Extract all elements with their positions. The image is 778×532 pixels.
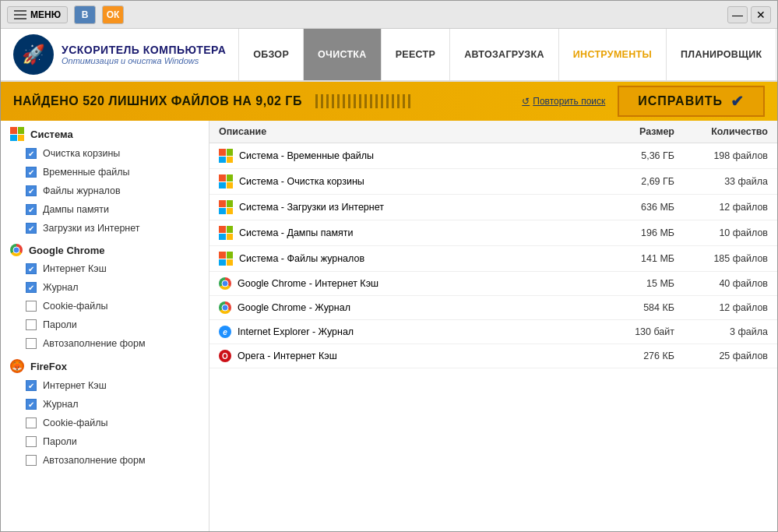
title-bar: МЕНЮ В ОК — ✕ bbox=[1, 1, 777, 29]
checkbox[interactable]: ✔ bbox=[26, 223, 37, 234]
menu-button[interactable]: МЕНЮ bbox=[7, 6, 68, 23]
ok-button[interactable]: ОК bbox=[102, 5, 124, 24]
progress-tick bbox=[370, 94, 372, 108]
banner: НАЙДЕНО 520 ЛИШНИХ ФАЙЛОВ НА 9,02 ГБ ↺ П… bbox=[1, 82, 777, 121]
progress-tick bbox=[397, 94, 400, 108]
row-count: 12 файлов bbox=[682, 302, 768, 313]
table-row: Система - Файлы журналов141 МБ185 файлов bbox=[209, 246, 777, 272]
sidebar-item[interactable]: Автозаполнение форм bbox=[1, 334, 209, 353]
title-bar-right: — ✕ bbox=[727, 6, 771, 23]
nav-tab-ochistka[interactable]: ОЧИСТКА bbox=[304, 29, 382, 80]
checkbox[interactable]: ✔ bbox=[26, 282, 37, 293]
table-row: Система - Временные файлы5,36 ГБ198 файл… bbox=[209, 143, 777, 169]
sidebar-item[interactable]: Автозаполнение форм bbox=[1, 451, 209, 470]
sidebar-item[interactable]: ✔Дампы памяти bbox=[1, 200, 209, 219]
row-size: 130 байт bbox=[604, 326, 682, 337]
nav-tab-planirovshchik[interactable]: ПЛАНИРОВЩИК bbox=[667, 29, 776, 80]
sidebar-item[interactable]: ✔Файлы журналов bbox=[1, 181, 209, 200]
sidebar-item-label: Журнал bbox=[43, 282, 79, 293]
banner-progress bbox=[315, 94, 509, 108]
checkbox[interactable] bbox=[26, 436, 37, 447]
table-row: Google Chrome - Интернет Кэш15 МБ40 файл… bbox=[209, 272, 777, 296]
row-description: Система - Файлы журналов bbox=[239, 253, 364, 264]
minimize-button[interactable]: — bbox=[727, 6, 748, 23]
chrome-icon bbox=[219, 277, 231, 290]
table-row: Google Chrome - Журнал584 КБ12 файлов bbox=[209, 296, 777, 320]
windows-icon bbox=[219, 226, 233, 240]
nav-tab-instrumenty[interactable]: ИНСТРУМЕНТЫ bbox=[559, 29, 667, 80]
firefox-icon: 🦊 bbox=[10, 359, 24, 373]
category-label-firefox: FireFox bbox=[30, 361, 67, 372]
checkbox[interactable]: ✔ bbox=[26, 167, 37, 178]
row-description: Google Chrome - Журнал bbox=[238, 302, 350, 313]
category-label-sistema: Система bbox=[30, 129, 73, 140]
sidebar-item-label: Очистка корзины bbox=[43, 148, 120, 159]
sidebar-item[interactable]: ✔Интернет Кэш bbox=[1, 376, 209, 395]
windows-icon bbox=[219, 252, 233, 266]
sidebar-item[interactable]: ✔Журнал bbox=[1, 395, 209, 414]
progress-tick bbox=[343, 94, 345, 108]
nav-tab-avtozagruzka[interactable]: АВТОЗАГРУЗКА bbox=[450, 29, 559, 80]
right-panel: Описание Размер Количество Система - Вре… bbox=[209, 121, 777, 531]
sidebar-item[interactable]: Cookie-файлы bbox=[1, 414, 209, 432]
progress-tick bbox=[386, 94, 389, 108]
checkbox[interactable] bbox=[26, 417, 37, 428]
checkbox[interactable] bbox=[26, 338, 37, 349]
windows-icon bbox=[219, 149, 233, 163]
category-header-firefox: 🦊FireFox bbox=[1, 353, 209, 376]
banner-refresh[interactable]: ↺ Повторить поиск bbox=[522, 96, 605, 107]
sidebar-item[interactable]: Пароли bbox=[1, 315, 209, 334]
checkbox[interactable] bbox=[26, 455, 37, 466]
title-bar-left: МЕНЮ В ОК bbox=[7, 5, 124, 24]
row-description: Система - Загрузки из Интернет bbox=[239, 202, 384, 213]
table-row: Система - Очистка корзины2,69 ГБ33 файла bbox=[209, 169, 777, 195]
progress-tick bbox=[381, 94, 383, 108]
chrome-icon bbox=[10, 244, 23, 256]
row-label: Google Chrome - Журнал bbox=[219, 301, 604, 314]
category-header-sistema: Система bbox=[1, 121, 209, 144]
table-header: Описание Размер Количество bbox=[209, 121, 777, 143]
sidebar-item-label: Пароли bbox=[43, 436, 77, 447]
checkbox[interactable]: ✔ bbox=[26, 148, 37, 159]
sidebar-item[interactable]: Cookie-файлы bbox=[1, 297, 209, 315]
checkbox[interactable]: ✔ bbox=[26, 204, 37, 215]
sidebar-item-label: Файлы журналов bbox=[43, 185, 121, 196]
app-header: 🚀 УСКОРИТЕЛЬ КОМПЬЮТЕРА Оптимизация и оч… bbox=[1, 29, 777, 82]
sidebar: Система✔Очистка корзины✔Временные файлы✔… bbox=[1, 121, 209, 531]
row-count: 25 файлов bbox=[682, 351, 768, 361]
sidebar-item[interactable]: ✔Журнал bbox=[1, 278, 209, 297]
checkbox[interactable]: ✔ bbox=[26, 185, 37, 196]
checkbox[interactable]: ✔ bbox=[26, 380, 37, 391]
sidebar-item-label: Загрузки из Интернет bbox=[43, 223, 140, 234]
category-header-chrome: Google Chrome bbox=[1, 238, 209, 259]
row-size: 141 МБ bbox=[604, 253, 682, 264]
progress-tick bbox=[359, 94, 361, 108]
sidebar-item[interactable]: ✔Загрузки из Интернет bbox=[1, 219, 209, 238]
nav-tab-reestr[interactable]: РЕЕСТР bbox=[382, 29, 451, 80]
row-size: 196 МБ bbox=[604, 227, 682, 238]
table-row: Система - Дампы памяти196 МБ10 файлов bbox=[209, 220, 777, 246]
checkbox[interactable] bbox=[26, 319, 37, 330]
sidebar-item[interactable]: Пароли bbox=[1, 432, 209, 451]
vk-button[interactable]: В bbox=[74, 5, 96, 24]
checkbox[interactable]: ✔ bbox=[26, 263, 37, 274]
row-size: 5,36 ГБ bbox=[604, 150, 682, 161]
sidebar-item-label: Автозаполнение форм bbox=[43, 455, 145, 466]
sidebar-item[interactable]: ✔Интернет Кэш bbox=[1, 259, 209, 278]
row-count: 185 файлов bbox=[682, 253, 768, 264]
checkbox[interactable] bbox=[26, 301, 37, 312]
progress-tick bbox=[408, 94, 410, 108]
sidebar-item-label: Cookie-файлы bbox=[43, 301, 108, 312]
sidebar-item[interactable]: ✔Очистка корзины bbox=[1, 144, 209, 163]
logo-area: 🚀 УСКОРИТЕЛЬ КОМПЬЮТЕРА Оптимизация и оч… bbox=[1, 28, 238, 81]
row-label: Система - Временные файлы bbox=[219, 149, 604, 163]
sidebar-item[interactable]: ✔Временные файлы bbox=[1, 163, 209, 181]
checkbox[interactable]: ✔ bbox=[26, 399, 37, 410]
close-button[interactable]: ✕ bbox=[751, 6, 771, 23]
logo-icon: 🚀 bbox=[13, 34, 54, 75]
app-subtitle: Оптимизация и очистка Windows bbox=[62, 56, 226, 65]
progress-tick bbox=[315, 94, 318, 108]
fix-button[interactable]: ИСПРАВИТЬ ✔ bbox=[618, 86, 765, 117]
row-label: Система - Загрузки из Интернет bbox=[219, 200, 604, 214]
nav-tab-obzor[interactable]: ОБЗОР bbox=[238, 29, 304, 80]
